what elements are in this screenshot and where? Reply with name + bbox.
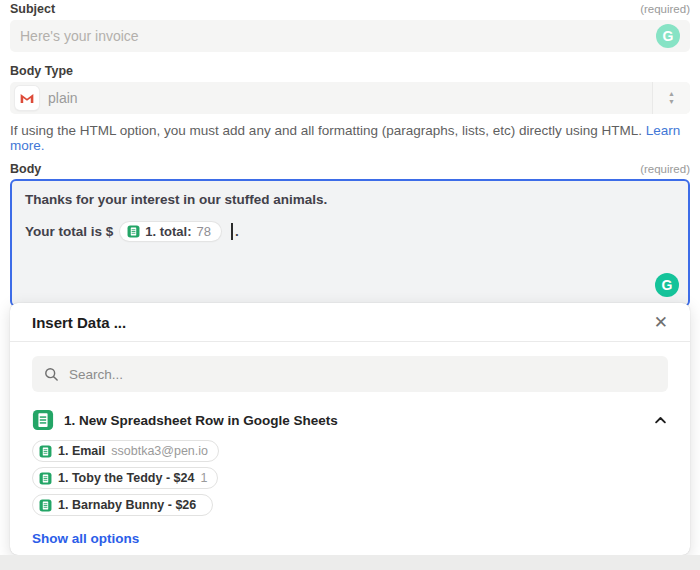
token-label: 1. total: <box>145 224 191 239</box>
body-text-line2-suffix: . <box>235 224 239 239</box>
body-required-badge: (required) <box>640 163 690 175</box>
body-text-line1: Thanks for your interest in our stuffed … <box>25 192 675 207</box>
email-setup-form: Subject (required) G Body Type plain ▲ ▼ <box>0 0 700 570</box>
sheets-icon <box>39 472 52 485</box>
grammarly-icon[interactable]: G <box>655 273 679 297</box>
text-cursor <box>231 223 233 240</box>
show-all-options-link[interactable]: Show all options <box>32 531 139 546</box>
data-tag-email[interactable]: 1. Email ssobtka3@pen.io <box>32 440 219 462</box>
close-icon[interactable]: ✕ <box>654 314 668 331</box>
subject-required-badge: (required) <box>640 3 690 15</box>
chevron-up-icon[interactable] <box>653 413 668 428</box>
subject-input[interactable] <box>20 28 656 44</box>
body-type-value: plain <box>48 90 78 106</box>
sheets-icon <box>39 445 52 458</box>
body-text-line2-prefix: Your total is $ <box>25 224 113 239</box>
insert-data-title: Insert Data ... <box>32 314 126 331</box>
gmail-icon <box>15 86 39 110</box>
sheets-icon <box>32 409 54 431</box>
sheets-icon <box>39 499 52 512</box>
body-editor[interactable]: Thanks for your interest in our stuffed … <box>10 179 690 307</box>
search-icon <box>43 366 60 383</box>
body-type-select[interactable]: plain ▲ ▼ <box>10 82 690 114</box>
data-tag-toby[interactable]: 1. Toby the Teddy - $24 1 <box>32 467 218 489</box>
token-value: 78 <box>197 224 211 239</box>
sheets-step-section[interactable]: 1. New Spreadsheet Row in Google Sheets <box>32 409 668 431</box>
search-input[interactable] <box>69 367 657 382</box>
search-box <box>32 356 668 392</box>
sheets-icon <box>127 225 140 238</box>
subject-input-wrapper: G <box>10 20 690 52</box>
help-text: If using the HTML option, you must add a… <box>10 123 642 138</box>
background-strip <box>0 555 700 570</box>
select-stepper-icon[interactable]: ▲ ▼ <box>652 82 690 114</box>
sheets-step-title: 1. New Spreadsheet Row in Google Sheets <box>64 413 643 428</box>
grammarly-icon[interactable]: G <box>656 24 680 48</box>
data-token-total[interactable]: 1. total: 78 <box>120 222 221 241</box>
data-tag-list: 1. Email ssobtka3@pen.io 1. Toby the Ted… <box>32 440 668 516</box>
body-label: Body <box>10 162 41 176</box>
html-help-text: If using the HTML option, you must add a… <box>10 123 690 153</box>
insert-data-panel: Insert Data ... ✕ 1. New Spreadsheet Row… <box>10 303 690 555</box>
subject-label: Subject <box>10 2 55 16</box>
body-type-label: Body Type <box>10 64 73 78</box>
data-tag-barnaby[interactable]: 1. Barnaby Bunny - $26 <box>32 494 213 516</box>
